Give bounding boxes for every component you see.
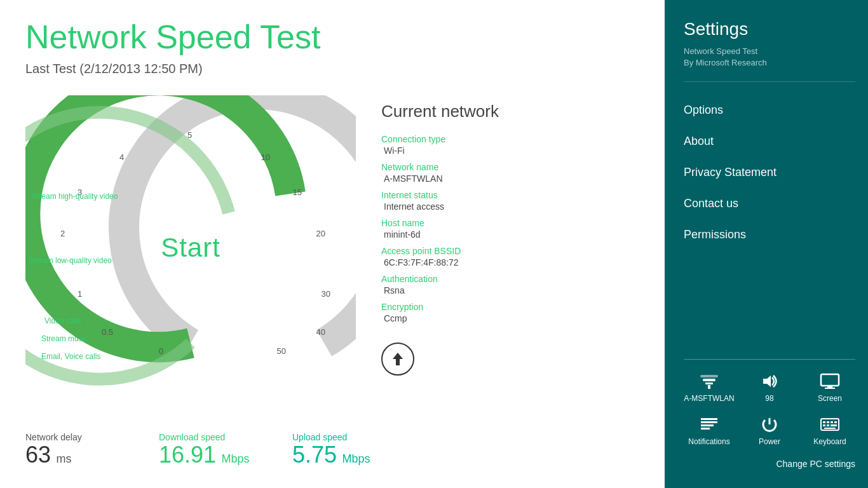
network-delay-value-row: 63 ms	[25, 442, 121, 468]
change-pc-settings[interactable]: Change PC settings	[684, 459, 855, 475]
network-field-auth-value: Rsna	[381, 285, 639, 295]
settings-title: Settings	[684, 19, 855, 39]
settings-panel: Settings Network Speed Test By Microsoft…	[665, 0, 868, 488]
network-field-auth-label: Authentication	[381, 274, 639, 284]
system-icon-notifications[interactable]: Notifications	[684, 416, 735, 446]
wifi-label: A-MSFTWLAN	[684, 394, 734, 403]
settings-menu-options[interactable]: Options	[684, 95, 855, 126]
notifications-icon	[699, 416, 719, 433]
settings-menu-privacy[interactable]: Privacy Statement	[684, 157, 855, 188]
svg-rect-7	[827, 386, 832, 388]
network-info: Current network Connection type Wi-Fi Ne…	[381, 95, 639, 376]
settings-bottom: A-MSFTWLAN 98 Screen	[684, 359, 855, 475]
network-title: Current network	[381, 102, 639, 121]
network-field-name-label: Network name	[381, 162, 639, 172]
svg-rect-8	[825, 388, 835, 389]
download-value-row: 16.91 Mbps	[159, 442, 254, 468]
network-field-hostname-value: minint-6d	[381, 229, 639, 240]
svg-rect-14	[823, 421, 825, 423]
network-field-encryption-value: Ccmp	[381, 313, 639, 323]
settings-divider-1	[684, 81, 855, 82]
main-content: Network Speed Test Last Test (2/12/2013 …	[0, 0, 665, 488]
svg-rect-3	[703, 379, 715, 381]
svg-rect-12	[701, 428, 710, 430]
svg-rect-17	[834, 421, 837, 423]
svg-rect-10	[701, 421, 717, 423]
network-field-internet-value: Internet access	[381, 201, 639, 212]
svg-marker-5	[763, 376, 771, 387]
system-icons-bottom-row: Notifications Power	[684, 416, 855, 446]
wifi-icon	[699, 372, 719, 390]
settings-menu-about[interactable]: About	[684, 126, 855, 157]
svg-rect-21	[824, 428, 836, 429]
network-field-hostname-label: Host name	[381, 218, 639, 228]
upload-label: Upload speed	[292, 432, 388, 442]
gauge-container: 0 0.5 1 2 3 4 5 10 15 20 30	[25, 95, 356, 400]
stat-download: Download speed 16.91 Mbps	[159, 432, 254, 468]
network-delay-value: 63	[25, 442, 51, 468]
stats-row: Network delay 63 ms Download speed 16.91…	[25, 419, 639, 468]
network-field-bssid-label: Access point BSSID	[381, 246, 639, 256]
svg-rect-18	[823, 424, 825, 426]
system-icon-screen[interactable]: Screen	[804, 372, 855, 403]
network-field-connection-type-value: Wi-Fi	[381, 146, 639, 156]
content-row: 0 0.5 1 2 3 4 5 10 15 20 30	[25, 95, 639, 400]
upload-button[interactable]	[381, 342, 414, 376]
system-icon-wifi[interactable]: A-MSFTWLAN	[684, 372, 735, 403]
last-test: Last Test (2/12/2013 12:50 PM)	[25, 62, 639, 76]
upload-unit: Mbps	[342, 452, 370, 465]
network-field-bssid-value: 6C:F3:7F:4F:88:72	[381, 257, 639, 268]
power-icon	[759, 416, 780, 433]
power-label: Power	[759, 437, 780, 446]
system-icon-volume[interactable]: 98	[744, 372, 795, 403]
volume-icon	[759, 372, 780, 390]
svg-rect-15	[827, 421, 829, 423]
settings-app-name: Network Speed Test By Microsoft Research	[684, 46, 855, 69]
download-value: 16.91	[159, 442, 216, 468]
upload-arrow-icon	[389, 350, 407, 368]
svg-rect-4	[700, 375, 718, 377]
svg-rect-2	[705, 383, 713, 384]
upload-icon-container	[381, 342, 639, 376]
system-icon-keyboard[interactable]: Keyboard	[804, 416, 855, 446]
network-field-internet-label: Internet status	[381, 190, 639, 200]
stat-upload: Upload speed 5.75 Mbps	[292, 432, 388, 468]
gauge-svg	[25, 95, 356, 400]
svg-rect-11	[701, 424, 714, 426]
upload-value: 5.75	[292, 442, 337, 468]
screen-icon	[820, 372, 840, 390]
svg-rect-6	[821, 374, 839, 386]
system-icons-top-row: A-MSFTWLAN 98 Screen	[684, 372, 855, 403]
keyboard-label: Keyboard	[813, 437, 846, 446]
network-field-connection-type-label: Connection type	[381, 134, 639, 144]
svg-rect-16	[831, 421, 833, 423]
volume-label: 98	[765, 394, 773, 403]
notifications-label: Notifications	[688, 437, 729, 446]
stat-network-delay: Network delay 63 ms	[25, 432, 121, 468]
svg-rect-19	[827, 424, 829, 426]
settings-menu-permissions[interactable]: Permissions	[684, 219, 855, 250]
settings-menu-contact[interactable]: Contact us	[684, 188, 855, 219]
network-delay-unit: ms	[57, 452, 72, 465]
app-title: Network Speed Test	[25, 19, 639, 55]
download-label: Download speed	[159, 432, 254, 442]
keyboard-icon	[820, 416, 840, 433]
upload-value-row: 5.75 Mbps	[292, 442, 388, 468]
svg-rect-1	[708, 385, 710, 389]
svg-marker-0	[393, 353, 403, 365]
download-unit: Mbps	[222, 452, 250, 465]
network-delay-label: Network delay	[25, 432, 121, 442]
network-field-encryption-label: Encryption	[381, 302, 639, 312]
bottom-divider	[684, 359, 855, 360]
svg-rect-9	[701, 418, 717, 420]
svg-rect-20	[831, 424, 837, 426]
system-icon-power[interactable]: Power	[744, 416, 795, 446]
network-field-name-value: A-MSFTWLAN	[381, 173, 639, 184]
screen-label: Screen	[818, 394, 842, 403]
